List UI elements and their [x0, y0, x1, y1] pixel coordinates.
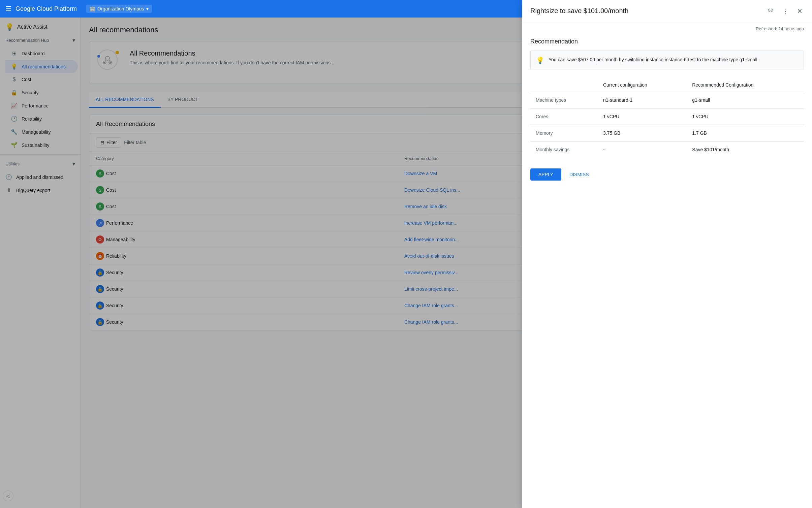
- config-table-row: Monthly savings-Save $101/month: [530, 141, 804, 158]
- apply-button[interactable]: APPLY: [530, 168, 561, 181]
- config-cell-recommended: 1.7 GB: [687, 125, 804, 141]
- right-panel: Rightsize to save $101.00/month ⋮ ✕ Refr…: [522, 18, 812, 508]
- org-icon: 🏢: [90, 6, 95, 11]
- config-cell-current: n1-standard-1: [598, 92, 687, 108]
- config-col-header-label: [530, 78, 598, 92]
- panel-header: Rightsize to save $101.00/month ⋮ ✕: [522, 18, 812, 22]
- config-cell-current: 3.75 GB: [598, 125, 687, 141]
- org-selector[interactable]: 🏢 Organization Olympus ▾: [86, 5, 152, 13]
- config-table-row: Cores1 vCPU1 vCPU: [530, 108, 804, 125]
- action-buttons: APPLY DISMISS: [530, 168, 804, 181]
- panel-section-title: Recommendation: [530, 35, 804, 45]
- app-title: Google Cloud Platform: [15, 5, 77, 12]
- config-cell-label: Monthly savings: [530, 141, 598, 158]
- refreshed-label: Refreshed: 24 hours ago: [522, 22, 812, 35]
- menu-icon[interactable]: ☰: [5, 5, 11, 13]
- config-cell-recommended: Save $101/month: [687, 141, 804, 158]
- dismiss-button[interactable]: DISMISS: [567, 168, 592, 181]
- config-table: Current configuration Recommended Config…: [530, 78, 804, 158]
- config-table-row: Memory3.75 GB1.7 GB: [530, 125, 804, 141]
- config-cell-recommended: 1 vCPU: [687, 108, 804, 125]
- chevron-down-icon: ▾: [146, 6, 149, 11]
- config-cell-recommended: g1-small: [687, 92, 804, 108]
- panel-body: Recommendation 💡 You can save $507.00 pe…: [522, 35, 812, 508]
- config-table-row: Machine typesn1-standard-1g1-small: [530, 92, 804, 108]
- config-col-header-recommended: Recommended Configuration: [687, 78, 804, 92]
- bulb-icon: 💡: [536, 56, 544, 64]
- config-cell-label: Machine types: [530, 92, 598, 108]
- config-cell-current: -: [598, 141, 687, 158]
- config-cell-label: Cores: [530, 108, 598, 125]
- config-cell-current: 1 vCPU: [598, 108, 687, 125]
- info-banner: 💡 You can save $507.00 per month by swit…: [530, 51, 804, 70]
- org-name: Organization Olympus: [97, 6, 144, 11]
- info-banner-text: You can save $507.00 per month by switch…: [549, 56, 759, 63]
- config-col-header-current: Current configuration: [598, 78, 687, 92]
- config-cell-label: Memory: [530, 125, 598, 141]
